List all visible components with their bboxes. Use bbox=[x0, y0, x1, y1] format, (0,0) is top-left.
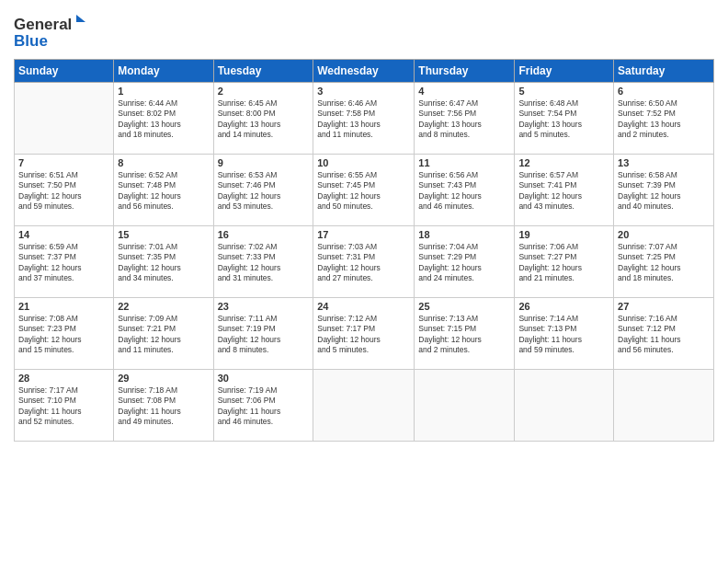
day-number: 18 bbox=[418, 229, 510, 240]
day-number: 1 bbox=[118, 86, 209, 97]
day-info: Sunrise: 7:12 AMSunset: 7:17 PMDaylight:… bbox=[317, 314, 410, 356]
calendar-cell: 15Sunrise: 7:01 AMSunset: 7:35 PMDayligh… bbox=[114, 226, 213, 298]
calendar-table: SundayMondayTuesdayWednesdayThursdayFrid… bbox=[14, 59, 714, 442]
calendar-cell bbox=[415, 370, 515, 442]
calendar-week-3: 14Sunrise: 6:59 AMSunset: 7:37 PMDayligh… bbox=[15, 226, 714, 298]
day-number: 8 bbox=[118, 157, 209, 168]
calendar-cell: 10Sunrise: 6:55 AMSunset: 7:45 PMDayligh… bbox=[313, 155, 415, 226]
calendar-cell bbox=[614, 370, 714, 442]
col-header-tuesday: Tuesday bbox=[213, 60, 313, 83]
calendar-cell: 28Sunrise: 7:17 AMSunset: 7:10 PMDayligh… bbox=[15, 370, 114, 442]
calendar-cell: 5Sunrise: 6:48 AMSunset: 7:54 PMDaylight… bbox=[515, 83, 614, 155]
day-number: 16 bbox=[218, 229, 310, 240]
day-number: 22 bbox=[118, 301, 209, 312]
day-info: Sunrise: 6:58 AMSunset: 7:39 PMDaylight:… bbox=[618, 170, 710, 213]
day-number: 19 bbox=[518, 229, 609, 240]
day-number: 4 bbox=[418, 86, 510, 97]
day-info: Sunrise: 7:16 AMSunset: 7:12 PMDaylight:… bbox=[618, 314, 710, 356]
day-number: 13 bbox=[618, 157, 710, 168]
day-info: Sunrise: 7:06 AMSunset: 7:27 PMDaylight:… bbox=[518, 242, 609, 284]
day-number: 23 bbox=[218, 301, 310, 312]
day-number: 3 bbox=[317, 86, 410, 97]
day-info: Sunrise: 7:04 AMSunset: 7:29 PMDaylight:… bbox=[418, 242, 510, 284]
calendar-cell: 13Sunrise: 6:58 AMSunset: 7:39 PMDayligh… bbox=[614, 155, 714, 226]
day-number: 28 bbox=[18, 373, 109, 384]
col-header-monday: Monday bbox=[114, 60, 213, 83]
calendar-cell: 29Sunrise: 7:18 AMSunset: 7:08 PMDayligh… bbox=[114, 370, 213, 442]
calendar-cell: 1Sunrise: 6:44 AMSunset: 8:02 PMDaylight… bbox=[114, 83, 213, 155]
svg-marker-1 bbox=[76, 15, 85, 22]
calendar-cell bbox=[515, 370, 614, 442]
col-header-sunday: Sunday bbox=[15, 60, 114, 83]
day-number: 29 bbox=[118, 373, 209, 384]
day-number: 7 bbox=[18, 157, 109, 168]
day-info: Sunrise: 6:52 AMSunset: 7:48 PMDaylight:… bbox=[118, 170, 209, 213]
day-info: Sunrise: 6:46 AMSunset: 7:58 PMDaylight:… bbox=[317, 98, 410, 141]
day-info: Sunrise: 7:11 AMSunset: 7:19 PMDaylight:… bbox=[218, 314, 310, 356]
logo-svg: GeneralBlue bbox=[14, 13, 87, 52]
day-number: 30 bbox=[218, 373, 310, 384]
calendar-week-1: 1Sunrise: 6:44 AMSunset: 8:02 PMDaylight… bbox=[15, 83, 714, 155]
day-info: Sunrise: 7:13 AMSunset: 7:15 PMDaylight:… bbox=[418, 314, 510, 356]
day-number: 12 bbox=[518, 157, 609, 168]
day-info: Sunrise: 7:08 AMSunset: 7:23 PMDaylight:… bbox=[18, 314, 109, 356]
calendar-cell: 12Sunrise: 6:57 AMSunset: 7:41 PMDayligh… bbox=[515, 155, 614, 226]
day-info: Sunrise: 6:45 AMSunset: 8:00 PMDaylight:… bbox=[218, 98, 310, 141]
day-info: Sunrise: 7:18 AMSunset: 7:08 PMDaylight:… bbox=[118, 385, 209, 428]
calendar-cell: 20Sunrise: 7:07 AMSunset: 7:25 PMDayligh… bbox=[614, 226, 714, 298]
day-info: Sunrise: 7:19 AMSunset: 7:06 PMDaylight:… bbox=[218, 385, 310, 428]
day-number: 15 bbox=[118, 229, 209, 240]
svg-text:General: General bbox=[14, 16, 72, 33]
day-number: 10 bbox=[317, 157, 410, 168]
calendar-cell: 19Sunrise: 7:06 AMSunset: 7:27 PMDayligh… bbox=[515, 226, 614, 298]
calendar-cell: 21Sunrise: 7:08 AMSunset: 7:23 PMDayligh… bbox=[15, 298, 114, 370]
day-number: 20 bbox=[618, 229, 710, 240]
calendar-cell: 26Sunrise: 7:14 AMSunset: 7:13 PMDayligh… bbox=[515, 298, 614, 370]
calendar-cell: 4Sunrise: 6:47 AMSunset: 7:56 PMDaylight… bbox=[415, 83, 515, 155]
day-info: Sunrise: 6:55 AMSunset: 7:45 PMDaylight:… bbox=[317, 170, 410, 213]
calendar-cell: 2Sunrise: 6:45 AMSunset: 8:00 PMDaylight… bbox=[213, 83, 313, 155]
calendar-cell: 18Sunrise: 7:04 AMSunset: 7:29 PMDayligh… bbox=[415, 226, 515, 298]
day-info: Sunrise: 7:01 AMSunset: 7:35 PMDaylight:… bbox=[118, 242, 209, 284]
calendar-cell: 7Sunrise: 6:51 AMSunset: 7:50 PMDaylight… bbox=[15, 155, 114, 226]
calendar-header-row: SundayMondayTuesdayWednesdayThursdayFrid… bbox=[15, 60, 714, 83]
col-header-thursday: Thursday bbox=[415, 60, 515, 83]
calendar-cell: 8Sunrise: 6:52 AMSunset: 7:48 PMDaylight… bbox=[114, 155, 213, 226]
day-info: Sunrise: 6:57 AMSunset: 7:41 PMDaylight:… bbox=[518, 170, 609, 213]
svg-text:Blue: Blue bbox=[14, 32, 48, 50]
calendar-cell: 14Sunrise: 6:59 AMSunset: 7:37 PMDayligh… bbox=[15, 226, 114, 298]
day-info: Sunrise: 6:44 AMSunset: 8:02 PMDaylight:… bbox=[118, 98, 209, 141]
calendar-cell: 22Sunrise: 7:09 AMSunset: 7:21 PMDayligh… bbox=[114, 298, 213, 370]
calendar-cell: 23Sunrise: 7:11 AMSunset: 7:19 PMDayligh… bbox=[213, 298, 313, 370]
calendar-cell bbox=[15, 83, 114, 155]
calendar-week-4: 21Sunrise: 7:08 AMSunset: 7:23 PMDayligh… bbox=[15, 298, 714, 370]
day-info: Sunrise: 7:07 AMSunset: 7:25 PMDaylight:… bbox=[618, 242, 710, 284]
day-number: 11 bbox=[418, 157, 510, 168]
col-header-friday: Friday bbox=[515, 60, 614, 83]
day-number: 5 bbox=[518, 86, 609, 97]
col-header-wednesday: Wednesday bbox=[313, 60, 415, 83]
calendar-cell: 6Sunrise: 6:50 AMSunset: 7:52 PMDaylight… bbox=[614, 83, 714, 155]
calendar-cell: 25Sunrise: 7:13 AMSunset: 7:15 PMDayligh… bbox=[415, 298, 515, 370]
calendar-cell: 16Sunrise: 7:02 AMSunset: 7:33 PMDayligh… bbox=[213, 226, 313, 298]
day-info: Sunrise: 7:02 AMSunset: 7:33 PMDaylight:… bbox=[218, 242, 310, 284]
day-info: Sunrise: 6:53 AMSunset: 7:46 PMDaylight:… bbox=[218, 170, 310, 213]
calendar-week-5: 28Sunrise: 7:17 AMSunset: 7:10 PMDayligh… bbox=[15, 370, 714, 442]
page: GeneralBlue SundayMondayTuesdayWednesday… bbox=[0, 0, 728, 563]
calendar-cell: 24Sunrise: 7:12 AMSunset: 7:17 PMDayligh… bbox=[313, 298, 415, 370]
day-number: 21 bbox=[18, 301, 109, 312]
day-info: Sunrise: 6:48 AMSunset: 7:54 PMDaylight:… bbox=[518, 98, 609, 141]
day-number: 2 bbox=[218, 86, 310, 97]
day-number: 27 bbox=[618, 301, 710, 312]
day-info: Sunrise: 7:14 AMSunset: 7:13 PMDaylight:… bbox=[518, 314, 609, 356]
calendar-cell bbox=[313, 370, 415, 442]
day-number: 6 bbox=[618, 86, 710, 97]
calendar-cell: 11Sunrise: 6:56 AMSunset: 7:43 PMDayligh… bbox=[415, 155, 515, 226]
day-info: Sunrise: 7:09 AMSunset: 7:21 PMDaylight:… bbox=[118, 314, 209, 356]
logo: GeneralBlue bbox=[14, 13, 87, 52]
day-info: Sunrise: 6:47 AMSunset: 7:56 PMDaylight:… bbox=[418, 98, 510, 141]
header: GeneralBlue bbox=[14, 9, 714, 52]
day-number: 9 bbox=[218, 157, 310, 168]
col-header-saturday: Saturday bbox=[614, 60, 714, 83]
day-info: Sunrise: 6:51 AMSunset: 7:50 PMDaylight:… bbox=[18, 170, 109, 213]
